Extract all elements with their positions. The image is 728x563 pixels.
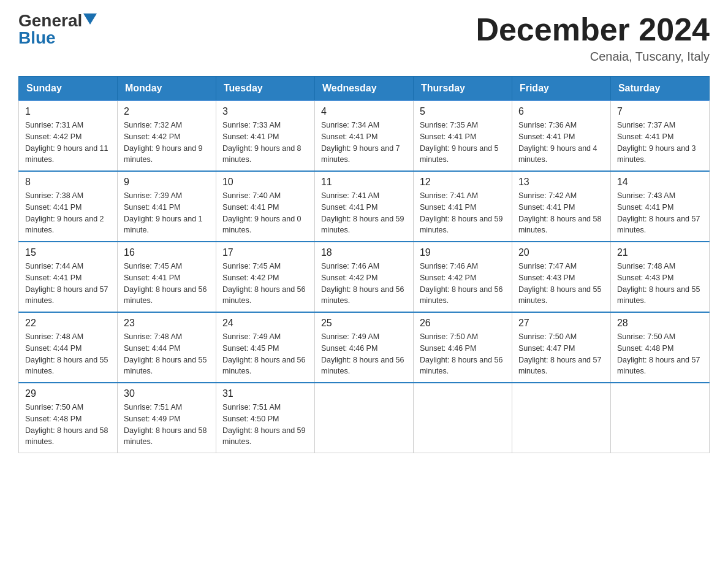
day-info: Sunrise: 7:48 AM Sunset: 4:44 PM Dayligh… bbox=[124, 331, 210, 377]
calendar-cell: 19 Sunrise: 7:46 AM Sunset: 4:42 PM Dayl… bbox=[413, 242, 512, 312]
day-info: Sunrise: 7:50 AM Sunset: 4:46 PM Dayligh… bbox=[420, 331, 506, 377]
calendar-cell: 29 Sunrise: 7:50 AM Sunset: 4:48 PM Dayl… bbox=[19, 383, 118, 453]
calendar-week-2: 8 Sunrise: 7:38 AM Sunset: 4:41 PM Dayli… bbox=[19, 171, 710, 242]
day-number: 11 bbox=[321, 177, 407, 188]
calendar-cell: 2 Sunrise: 7:32 AM Sunset: 4:42 PM Dayli… bbox=[117, 101, 216, 171]
day-info: Sunrise: 7:43 AM Sunset: 4:41 PM Dayligh… bbox=[617, 190, 703, 236]
calendar-cell: 25 Sunrise: 7:49 AM Sunset: 4:46 PM Dayl… bbox=[314, 312, 413, 383]
title-block: December 2024 Cenaia, Tuscany, Italy bbox=[476, 12, 710, 64]
calendar-cell: 3 Sunrise: 7:33 AM Sunset: 4:41 PM Dayli… bbox=[216, 101, 314, 171]
calendar-cell: 4 Sunrise: 7:34 AM Sunset: 4:41 PM Dayli… bbox=[314, 101, 413, 171]
day-number: 18 bbox=[321, 247, 407, 258]
day-number: 3 bbox=[222, 106, 308, 117]
day-number: 28 bbox=[617, 318, 703, 329]
day-info: Sunrise: 7:41 AM Sunset: 4:41 PM Dayligh… bbox=[321, 190, 407, 236]
day-number: 15 bbox=[25, 247, 111, 258]
day-number: 25 bbox=[321, 318, 407, 329]
col-saturday: Saturday bbox=[610, 77, 709, 101]
day-number: 2 bbox=[124, 106, 210, 117]
svg-marker-0 bbox=[83, 13, 97, 25]
calendar-week-1: 1 Sunrise: 7:31 AM Sunset: 4:42 PM Dayli… bbox=[19, 101, 710, 171]
day-info: Sunrise: 7:32 AM Sunset: 4:42 PM Dayligh… bbox=[124, 120, 210, 166]
calendar-cell bbox=[413, 383, 512, 453]
day-number: 9 bbox=[124, 177, 210, 188]
day-info: Sunrise: 7:39 AM Sunset: 4:41 PM Dayligh… bbox=[124, 190, 210, 236]
day-number: 5 bbox=[420, 106, 506, 117]
day-number: 14 bbox=[617, 177, 703, 188]
day-info: Sunrise: 7:51 AM Sunset: 4:50 PM Dayligh… bbox=[222, 402, 308, 448]
day-info: Sunrise: 7:33 AM Sunset: 4:41 PM Dayligh… bbox=[222, 120, 308, 166]
logo-triangle-icon bbox=[83, 13, 97, 27]
day-info: Sunrise: 7:40 AM Sunset: 4:41 PM Dayligh… bbox=[222, 190, 308, 236]
day-number: 7 bbox=[617, 106, 703, 117]
col-thursday: Thursday bbox=[413, 77, 512, 101]
day-info: Sunrise: 7:44 AM Sunset: 4:41 PM Dayligh… bbox=[25, 261, 111, 307]
day-number: 17 bbox=[222, 247, 308, 258]
day-number: 20 bbox=[518, 247, 604, 258]
day-info: Sunrise: 7:48 AM Sunset: 4:43 PM Dayligh… bbox=[617, 261, 703, 307]
day-info: Sunrise: 7:49 AM Sunset: 4:45 PM Dayligh… bbox=[222, 331, 308, 377]
calendar-cell: 15 Sunrise: 7:44 AM Sunset: 4:41 PM Dayl… bbox=[19, 242, 118, 312]
day-info: Sunrise: 7:51 AM Sunset: 4:49 PM Dayligh… bbox=[124, 402, 210, 448]
page-header: General Blue December 2024 Cenaia, Tusca… bbox=[18, 12, 710, 64]
calendar-cell: 6 Sunrise: 7:36 AM Sunset: 4:41 PM Dayli… bbox=[512, 101, 610, 171]
logo: General Blue bbox=[18, 12, 97, 47]
day-number: 31 bbox=[222, 388, 308, 399]
day-number: 27 bbox=[518, 318, 604, 329]
day-number: 22 bbox=[25, 318, 111, 329]
day-number: 8 bbox=[25, 177, 111, 188]
calendar-cell: 14 Sunrise: 7:43 AM Sunset: 4:41 PM Dayl… bbox=[610, 171, 709, 242]
calendar-cell: 10 Sunrise: 7:40 AM Sunset: 4:41 PM Dayl… bbox=[216, 171, 314, 242]
calendar-cell: 21 Sunrise: 7:48 AM Sunset: 4:43 PM Dayl… bbox=[610, 242, 709, 312]
month-title: December 2024 bbox=[476, 12, 710, 47]
day-info: Sunrise: 7:35 AM Sunset: 4:41 PM Dayligh… bbox=[420, 120, 506, 166]
day-number: 13 bbox=[518, 177, 604, 188]
day-info: Sunrise: 7:45 AM Sunset: 4:42 PM Dayligh… bbox=[222, 261, 308, 307]
calendar-cell: 30 Sunrise: 7:51 AM Sunset: 4:49 PM Dayl… bbox=[117, 383, 216, 453]
calendar-cell: 12 Sunrise: 7:41 AM Sunset: 4:41 PM Dayl… bbox=[413, 171, 512, 242]
calendar-header-row: Sunday Monday Tuesday Wednesday Thursday… bbox=[19, 77, 710, 101]
day-number: 6 bbox=[518, 106, 604, 117]
calendar-cell bbox=[610, 383, 709, 453]
day-info: Sunrise: 7:50 AM Sunset: 4:48 PM Dayligh… bbox=[25, 402, 111, 448]
calendar-cell bbox=[314, 383, 413, 453]
day-number: 26 bbox=[420, 318, 506, 329]
calendar-cell: 24 Sunrise: 7:49 AM Sunset: 4:45 PM Dayl… bbox=[216, 312, 314, 383]
day-info: Sunrise: 7:36 AM Sunset: 4:41 PM Dayligh… bbox=[518, 120, 604, 166]
col-tuesday: Tuesday bbox=[216, 77, 314, 101]
day-info: Sunrise: 7:46 AM Sunset: 4:42 PM Dayligh… bbox=[321, 261, 407, 307]
day-info: Sunrise: 7:47 AM Sunset: 4:43 PM Dayligh… bbox=[518, 261, 604, 307]
logo-general-text: General bbox=[18, 12, 82, 29]
day-number: 12 bbox=[420, 177, 506, 188]
day-info: Sunrise: 7:46 AM Sunset: 4:42 PM Dayligh… bbox=[420, 261, 506, 307]
calendar-cell: 11 Sunrise: 7:41 AM Sunset: 4:41 PM Dayl… bbox=[314, 171, 413, 242]
calendar-week-4: 22 Sunrise: 7:48 AM Sunset: 4:44 PM Dayl… bbox=[19, 312, 710, 383]
day-number: 4 bbox=[321, 106, 407, 117]
day-number: 10 bbox=[222, 177, 308, 188]
calendar-cell: 26 Sunrise: 7:50 AM Sunset: 4:46 PM Dayl… bbox=[413, 312, 512, 383]
day-info: Sunrise: 7:41 AM Sunset: 4:41 PM Dayligh… bbox=[420, 190, 506, 236]
calendar-cell: 1 Sunrise: 7:31 AM Sunset: 4:42 PM Dayli… bbox=[19, 101, 118, 171]
day-info: Sunrise: 7:50 AM Sunset: 4:48 PM Dayligh… bbox=[617, 331, 703, 377]
col-sunday: Sunday bbox=[19, 77, 118, 101]
day-info: Sunrise: 7:31 AM Sunset: 4:42 PM Dayligh… bbox=[25, 120, 111, 166]
day-number: 29 bbox=[25, 388, 111, 399]
day-number: 24 bbox=[222, 318, 308, 329]
calendar-cell: 23 Sunrise: 7:48 AM Sunset: 4:44 PM Dayl… bbox=[117, 312, 216, 383]
col-monday: Monday bbox=[117, 77, 216, 101]
calendar-cell: 16 Sunrise: 7:45 AM Sunset: 4:41 PM Dayl… bbox=[117, 242, 216, 312]
calendar-cell: 31 Sunrise: 7:51 AM Sunset: 4:50 PM Dayl… bbox=[216, 383, 314, 453]
calendar-week-5: 29 Sunrise: 7:50 AM Sunset: 4:48 PM Dayl… bbox=[19, 383, 710, 453]
day-info: Sunrise: 7:48 AM Sunset: 4:44 PM Dayligh… bbox=[25, 331, 111, 377]
calendar-cell: 27 Sunrise: 7:50 AM Sunset: 4:47 PM Dayl… bbox=[512, 312, 610, 383]
calendar-cell: 17 Sunrise: 7:45 AM Sunset: 4:42 PM Dayl… bbox=[216, 242, 314, 312]
day-number: 19 bbox=[420, 247, 506, 258]
location: Cenaia, Tuscany, Italy bbox=[476, 50, 710, 64]
calendar-week-3: 15 Sunrise: 7:44 AM Sunset: 4:41 PM Dayl… bbox=[19, 242, 710, 312]
calendar-table: Sunday Monday Tuesday Wednesday Thursday… bbox=[18, 76, 710, 453]
day-info: Sunrise: 7:34 AM Sunset: 4:41 PM Dayligh… bbox=[321, 120, 407, 166]
calendar-cell: 7 Sunrise: 7:37 AM Sunset: 4:41 PM Dayli… bbox=[610, 101, 709, 171]
calendar-cell: 22 Sunrise: 7:48 AM Sunset: 4:44 PM Dayl… bbox=[19, 312, 118, 383]
day-number: 23 bbox=[124, 318, 210, 329]
calendar-cell: 5 Sunrise: 7:35 AM Sunset: 4:41 PM Dayli… bbox=[413, 101, 512, 171]
